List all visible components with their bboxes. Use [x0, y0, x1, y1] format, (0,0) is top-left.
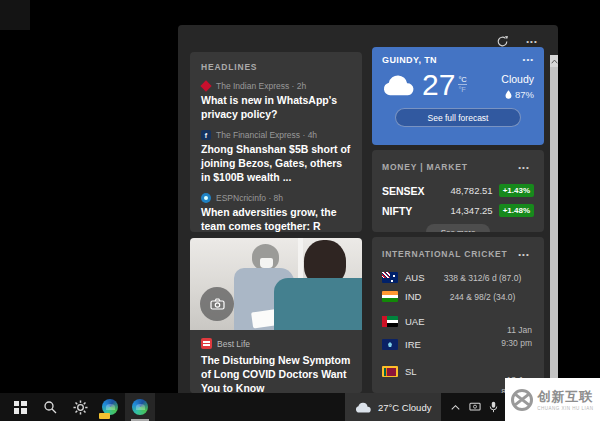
match-sl[interactable]: SL 13 Jan 8:30 pm: [382, 366, 534, 377]
headline-source: The Indian Express · 2h: [216, 81, 306, 91]
weather-temperature: 27: [422, 70, 455, 100]
headlines-title: HEADLINES: [201, 62, 351, 72]
cloud-icon: [382, 74, 416, 96]
weather-location: GUINDY, TN: [382, 55, 437, 65]
edge-icon: [132, 399, 148, 415]
tray-display-button[interactable]: [466, 393, 483, 421]
edge-beta-button[interactable]: [95, 393, 125, 421]
start-button[interactable]: [5, 393, 35, 421]
cricket-more-button[interactable]: •••: [514, 244, 534, 264]
watermark: 创新互联 CHUANG XIN HU LIAN: [505, 378, 600, 421]
indian-express-logo-icon: [200, 80, 211, 91]
headline-item[interactable]: f The Financial Express · 4h Zhong Shans…: [201, 130, 351, 184]
gear-icon: [73, 400, 88, 415]
match-schedule: 11 Jan 9:30 pm: [501, 324, 532, 350]
edge-button[interactable]: [125, 393, 155, 421]
financial-express-logo-icon: f: [201, 130, 211, 140]
headline-item[interactable]: ESPNcricinfo · 8h When adversities grow,…: [201, 193, 351, 232]
ireland-flag-icon: [382, 339, 398, 350]
refresh-icon: [496, 35, 509, 48]
scroll-up-button[interactable]: [550, 55, 558, 67]
headline-item[interactable]: The Indian Express · 2h What is new in W…: [201, 81, 351, 121]
see-full-forecast-button[interactable]: See full forecast: [395, 108, 521, 127]
match-aus-ind[interactable]: AUS 338 & 312/6 d (87.0) IND 244 & 98/2 …: [382, 272, 534, 302]
weather-more-button[interactable]: •••: [523, 55, 534, 64]
watermark-logo-icon: [511, 389, 533, 411]
search-button[interactable]: [35, 393, 65, 421]
market-row[interactable]: NIFTY 14,347.25 +1.48%: [382, 204, 534, 217]
unit-toggle[interactable]: °C °F: [458, 75, 466, 94]
market-card: MONEY | MARKET ••• SENSEX 48,782.51 +1.4…: [372, 150, 544, 232]
story-card[interactable]: Best Life The Disturbing New Symptom of …: [190, 238, 362, 393]
headline-source: The Financial Express · 4h: [216, 130, 317, 140]
camera-badge-icon: [200, 287, 234, 321]
watermark-brand: 创新互联: [537, 388, 593, 406]
weather-card[interactable]: GUINDY, TN ••• 27 °C °F Cloudy: [372, 47, 544, 145]
news-and-interests-panel: ••• HEADLINES The Indian Express · 2h Wh…: [178, 25, 558, 393]
beta-badge: [99, 413, 110, 419]
taskbar-weather-label: 27°C Cloudy: [378, 402, 431, 413]
show-hidden-icons-button[interactable]: [447, 393, 464, 421]
panel-scrollbar[interactable]: [550, 55, 558, 393]
australia-flag-icon: [382, 272, 398, 283]
search-icon: [43, 400, 57, 414]
headline-title[interactable]: When adversities grow, the team comes to…: [201, 206, 351, 232]
story-source: Best Life: [217, 339, 250, 349]
headline-title[interactable]: Zhong Shanshan $5B short of joining Bezo…: [201, 143, 351, 184]
market-title: MONEY | MARKET: [382, 162, 468, 172]
chevron-up-icon: [551, 59, 558, 64]
story-title[interactable]: The Disturbing New Symptom of Long COVID…: [201, 354, 351, 393]
cricket-card: INTERNATIONAL CRICKET ••• AUS 338 & 312/…: [372, 237, 544, 393]
windows-logo-icon: [14, 401, 27, 414]
humidity-droplet-icon: [505, 90, 512, 99]
microphone-icon: [489, 401, 498, 413]
display-icon: [469, 402, 481, 413]
match-uae-ire[interactable]: UAE IRE 11 Jan 9:30 pm: [382, 316, 534, 350]
espncricinfo-logo-icon: [201, 193, 211, 203]
sri-lanka-flag-icon: [382, 366, 398, 377]
headlines-card: HEADLINES The Indian Express · 2h What i…: [190, 52, 362, 232]
see-more-button[interactable]: See more: [426, 224, 490, 232]
best-life-logo-icon: [201, 338, 212, 349]
watermark-subtitle: CHUANG XIN HU LIAN: [537, 406, 593, 411]
desktop-corner-artifact: [0, 0, 30, 30]
uae-flag-icon: [382, 316, 398, 327]
taskbar-weather-button[interactable]: 27°C Cloudy: [345, 393, 441, 421]
cricket-title: INTERNATIONAL CRICKET: [382, 249, 508, 259]
weather-condition: Cloudy: [501, 73, 534, 85]
market-more-button[interactable]: •••: [514, 157, 534, 177]
chevron-up-icon: [451, 404, 460, 411]
story-photo: [190, 238, 362, 330]
headline-title[interactable]: What is new in WhatsApp's privacy policy…: [201, 94, 351, 121]
settings-button[interactable]: [65, 393, 95, 421]
headline-source: ESPNcricinfo · 8h: [216, 193, 283, 203]
taskbar-cloud-icon: [355, 402, 372, 413]
change-badge: +1.48%: [499, 204, 534, 217]
change-badge: +1.43%: [499, 184, 534, 197]
india-flag-icon: [382, 291, 398, 302]
market-row[interactable]: SENSEX 48,782.51 +1.43%: [382, 184, 534, 197]
tray-microphone-button[interactable]: [485, 393, 502, 421]
weather-humidity: 87%: [515, 89, 534, 100]
desktop: ••• HEADLINES The Indian Express · 2h Wh…: [0, 0, 600, 421]
